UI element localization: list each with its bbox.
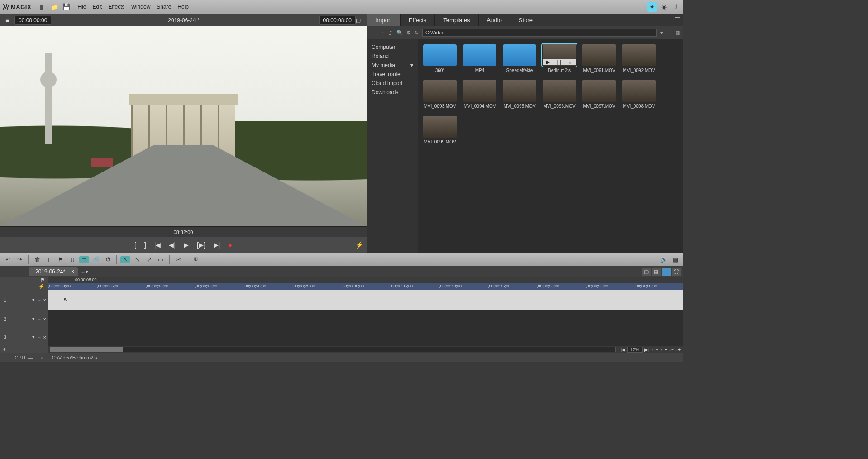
time-ruler[interactable]: ,00;00;00;00,00;00;05;00,00;00;10;00,00;… (48, 283, 683, 290)
preview-timecode-left[interactable]: 00:00:00:00 (14, 16, 51, 25)
track-add-icon[interactable]: ＋ (37, 334, 42, 340)
menu-file[interactable]: File (77, 4, 86, 10)
track-lane[interactable] (48, 328, 683, 346)
track-header[interactable]: 3▾＋× (0, 328, 48, 346)
tab-import[interactable]: Import (367, 14, 401, 26)
media-item[interactable]: 360° (423, 44, 457, 73)
track-header[interactable]: 2▾＋× (0, 310, 48, 328)
tree-downloads[interactable]: Downloads (372, 88, 413, 97)
add-tab-icon[interactable]: ＋▾ (81, 268, 88, 275)
track-row[interactable]: 3▾＋× (0, 328, 683, 346)
tab-audio[interactable]: Audio (479, 14, 510, 26)
range-start-icon[interactable]: [ (134, 241, 136, 249)
track-collapse-icon[interactable]: ▾ (32, 316, 35, 322)
track-close-icon[interactable]: × (43, 316, 46, 322)
track-add-icon[interactable]: ＋ (37, 316, 42, 322)
tree-cloud-import[interactable]: Cloud Import (372, 79, 413, 88)
burn-disc-icon[interactable]: ◉ (659, 2, 669, 12)
download-icon[interactable]: ⭳ (568, 59, 573, 65)
media-item[interactable]: MVI_0093.MOV (423, 80, 457, 109)
marker-row[interactable]: 00:00:08:00 (48, 277, 683, 283)
search-icon[interactable]: 🔍 (396, 30, 403, 36)
quick-access-icon[interactable]: ⚡ (355, 241, 363, 249)
unlink-icon[interactable]: ⥀ (103, 256, 113, 263)
path-input[interactable]: C:\Video (422, 29, 657, 37)
play-range-icon[interactable]: [▶] (197, 241, 205, 249)
mediapool-minimize-icon[interactable]: — (671, 14, 683, 26)
record-icon[interactable]: ● (229, 241, 232, 249)
open-folder-icon[interactable]: 📁 (49, 2, 59, 12)
nav-back-icon[interactable]: ← (371, 30, 376, 35)
track-lane[interactable] (48, 310, 683, 328)
tree-roland[interactable]: Roland (372, 52, 413, 61)
media-item[interactable]: MVI_0098.MOV (622, 80, 656, 109)
refresh-icon[interactable]: ↻ (415, 30, 419, 36)
mute-icon[interactable]: 🔊 (659, 256, 669, 263)
range-icon[interactable]: [ ] (556, 59, 561, 65)
track-row[interactable]: 2▾＋× (0, 310, 683, 328)
arrow-tool-icon[interactable]: ↖ (120, 256, 130, 263)
close-tab-icon[interactable]: × (71, 268, 74, 275)
chevron-down-icon[interactable]: ▾ (410, 61, 413, 70)
media-item[interactable]: ▶[ ]⭳Berlin.m2ts (543, 44, 576, 73)
menu-window[interactable]: Window (131, 4, 151, 10)
path-dropdown-icon[interactable]: ▾ (660, 30, 663, 36)
nav-forward-icon[interactable]: → (379, 30, 384, 35)
add-path-icon[interactable]: ＋ (667, 29, 672, 36)
export-icon[interactable]: ⤴ (671, 2, 681, 12)
media-item[interactable]: MVI_0099.MOV (423, 116, 457, 144)
cut-icon[interactable]: ✂ (173, 256, 183, 263)
title-icon[interactable]: T (44, 256, 54, 263)
go-end-icon[interactable]: ▶| (214, 241, 220, 249)
tool-4-icon[interactable]: ▭ (156, 256, 166, 263)
timeline-tab[interactable]: 2019-06-24*× (29, 267, 78, 276)
zoom-prev-icon[interactable]: |◀ (620, 347, 625, 352)
snap-icon[interactable]: ⊃ (79, 256, 89, 263)
undo-icon[interactable]: ↶ (3, 256, 13, 263)
zoom-h-in-icon[interactable]: ↔+ (660, 347, 667, 352)
view-2-icon[interactable]: ▦ (652, 268, 661, 276)
view-mode-icon[interactable]: ▦ (675, 30, 680, 36)
marker-row-header[interactable]: ⚑ (0, 277, 48, 283)
tree-computer[interactable]: Computer (372, 43, 413, 52)
view-4-icon[interactable]: ⛶ (672, 268, 681, 276)
tab-store[interactable]: Store (510, 14, 541, 26)
add-track-icon[interactable]: ＋ (0, 346, 48, 353)
prev-frame-icon[interactable]: ◀| (169, 241, 176, 249)
range-end-icon[interactable]: ] (144, 241, 146, 249)
media-item[interactable]: MVI_0096.MOV (543, 80, 576, 109)
preview-monitor[interactable] (0, 26, 367, 226)
studio-icon[interactable]: ✦ (647, 2, 657, 12)
menu-share[interactable]: Share (157, 4, 171, 10)
view-3-icon[interactable]: ≡ (662, 268, 671, 276)
track-collapse-icon[interactable]: ▾ (32, 297, 35, 303)
tool-2-icon[interactable]: ⤡ (132, 256, 142, 263)
link-icon[interactable]: 🔗 (91, 256, 101, 263)
gear-icon[interactable]: ⚙ (406, 30, 411, 36)
delete-icon[interactable]: 🗑 (32, 256, 42, 263)
track-row[interactable]: 1▾＋×↖ (0, 290, 683, 310)
mixer-panel-icon[interactable]: ▤ (671, 256, 681, 263)
menu-effects[interactable]: Effects (108, 4, 124, 10)
track-header[interactable]: 1▾＋× (0, 290, 48, 310)
zoom-value[interactable]: 12% (627, 347, 643, 353)
tree-my-media[interactable]: My media▾ (372, 61, 413, 70)
folder-up-icon[interactable]: ⮥ (388, 30, 393, 35)
status-menu-icon[interactable]: ≡ (4, 355, 6, 360)
ruler-header[interactable]: ⚡ (0, 283, 48, 290)
tab-effects[interactable]: Effects (401, 14, 435, 26)
media-item[interactable]: MVI_0092.MOV (622, 44, 656, 73)
range-marker[interactable]: 00:00:08:00 (75, 277, 97, 282)
media-item[interactable]: MP4 (463, 44, 496, 73)
tab-templates[interactable]: Templates (435, 14, 478, 26)
track-close-icon[interactable]: × (43, 297, 46, 303)
media-item[interactable]: MVI_0095.MOV (503, 80, 536, 109)
track-add-icon[interactable]: ＋ (37, 296, 42, 303)
media-item[interactable]: MVI_0091.MOV (582, 44, 616, 73)
media-item[interactable]: MVI_0097.MOV (582, 80, 616, 109)
track-lane[interactable]: ↖ (48, 290, 683, 310)
new-project-icon[interactable]: ▦ (38, 2, 48, 12)
media-item[interactable]: MVI_0094.MOV (463, 80, 496, 109)
media-item[interactable]: Speedeffekte (503, 44, 536, 73)
preview-timecode-right[interactable]: 00:00:08:00 (319, 16, 356, 25)
